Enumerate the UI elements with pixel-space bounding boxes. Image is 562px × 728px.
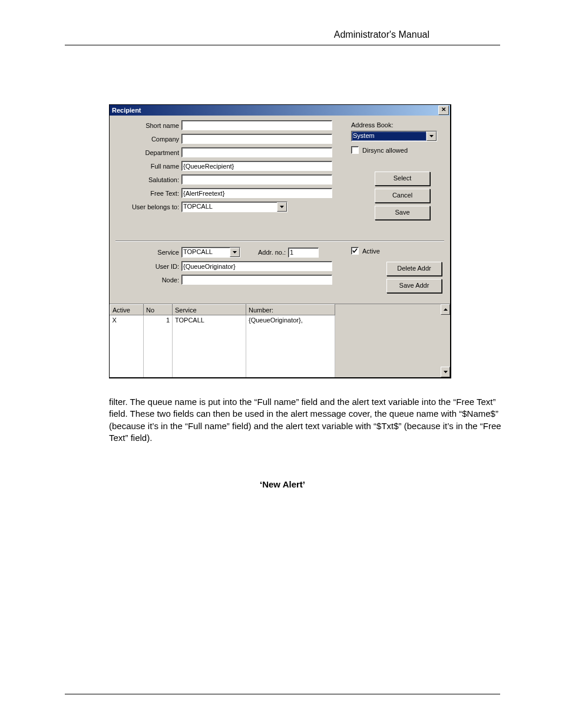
table-row <box>110 351 335 360</box>
department-input[interactable] <box>181 147 332 157</box>
address-book-select[interactable]: System <box>351 131 437 141</box>
user-id-input[interactable] <box>181 261 332 271</box>
service-value: TOPCALL <box>182 248 230 257</box>
dialog-title: Recipient <box>112 107 438 114</box>
cell-number: {QueueOriginator}, <box>246 315 335 325</box>
free-text-input[interactable] <box>181 188 332 198</box>
grid-right-pane <box>335 304 450 377</box>
label-service: Service <box>115 249 181 256</box>
address-book-value: System <box>352 131 427 141</box>
grid-header-number[interactable]: Number: <box>246 305 335 315</box>
svg-marker-3 <box>444 308 448 311</box>
short-name-input[interactable] <box>181 120 332 130</box>
label-active: Active <box>362 248 380 255</box>
close-icon[interactable]: ✕ <box>438 106 449 115</box>
label-addr-no: Addr. no.: <box>258 249 286 256</box>
delete-addr-button[interactable]: Delete Addr <box>386 262 442 276</box>
label-user-belongs: User belongs to: <box>115 203 181 210</box>
save-button[interactable]: Save <box>375 206 430 220</box>
table-row <box>110 324 335 333</box>
subheading-new-alert: ‘New Alert’ <box>65 479 500 489</box>
titlebar: Recipient ✕ <box>110 105 450 116</box>
scroll-track[interactable] <box>441 315 450 367</box>
label-short-name: Short name <box>115 122 181 129</box>
scrollbar[interactable] <box>441 304 450 377</box>
chevron-down-icon[interactable] <box>230 248 240 257</box>
table-row <box>110 368 335 377</box>
node-input[interactable] <box>181 275 332 285</box>
label-salutation: Salutation: <box>115 176 181 183</box>
label-department: Department <box>115 149 181 156</box>
grid-header-no[interactable]: No <box>144 305 173 315</box>
label-free-text: Free Text: <box>115 190 181 197</box>
active-checkbox[interactable] <box>351 247 359 255</box>
cancel-button[interactable]: Cancel <box>375 189 430 203</box>
save-addr-button[interactable]: Save Addr <box>386 279 442 293</box>
table-row <box>110 342 335 351</box>
cell-service: TOPCALL <box>173 315 246 325</box>
user-belongs-select[interactable]: TOPCALL <box>181 202 287 212</box>
label-user-id: User ID: <box>115 263 181 270</box>
chevron-down-icon[interactable] <box>427 131 437 141</box>
full-name-input[interactable] <box>181 161 332 171</box>
label-address-book: Address Book: <box>351 121 445 129</box>
address-grid: Active No Service Number: X 1 TOPCALL {Q… <box>110 304 450 377</box>
svg-marker-1 <box>429 135 434 137</box>
table-row[interactable]: X 1 TOPCALL {QueueOriginator}, <box>110 315 335 325</box>
scroll-down-icon[interactable] <box>441 367 450 377</box>
dirsync-checkbox[interactable] <box>351 146 359 154</box>
table-row <box>110 333 335 342</box>
label-node: Node: <box>115 276 181 284</box>
label-full-name: Full name <box>115 163 181 170</box>
grid-header-service[interactable]: Service <box>173 305 246 315</box>
company-input[interactable] <box>181 134 332 144</box>
page-header: Administrator's Manual <box>65 29 500 45</box>
service-select[interactable]: TOPCALL <box>181 247 240 258</box>
chevron-down-icon[interactable] <box>277 202 287 212</box>
svg-marker-0 <box>280 206 284 208</box>
user-belongs-value: TOPCALL <box>182 202 277 212</box>
salutation-input[interactable] <box>181 174 332 185</box>
header-rule <box>65 45 500 45</box>
addr-no-input[interactable] <box>288 248 319 258</box>
svg-marker-2 <box>233 251 237 253</box>
svg-marker-4 <box>444 371 448 373</box>
label-company: Company <box>115 136 181 143</box>
select-button[interactable]: Select <box>375 172 430 186</box>
cell-no: 1 <box>144 315 173 325</box>
recipient-dialog: Recipient ✕ Short name Company Departmen… <box>109 104 451 378</box>
footer-rule <box>65 694 500 694</box>
scroll-up-icon[interactable] <box>441 304 450 315</box>
table-row <box>110 360 335 368</box>
label-dirsync: Dirsync allowed <box>362 147 408 154</box>
cell-active: X <box>110 315 144 325</box>
grid-header-active[interactable]: Active <box>110 305 144 315</box>
body-paragraph: filter. The queue name is put into the “… <box>109 396 504 444</box>
